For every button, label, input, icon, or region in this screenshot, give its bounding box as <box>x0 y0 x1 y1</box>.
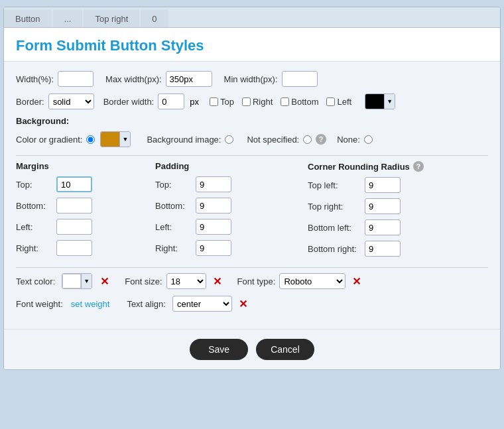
background-options-row: Color or gradient: ▼ Background image: N… <box>16 131 488 147</box>
color-arrow-icon: ▼ <box>119 132 130 147</box>
padding-top-label: Top: <box>155 180 192 190</box>
font-type-select[interactable]: Roboto Arial Helvetica Georgia Times New… <box>279 273 346 289</box>
color-gradient-label: Color or gradient: <box>16 135 82 145</box>
corner-bottom-left-label: Bottom left: <box>308 223 361 233</box>
max-width-input[interactable]: 350px <box>166 71 212 87</box>
margin-left-input[interactable] <box>56 219 92 235</box>
corner-help-icon[interactable]: ? <box>413 161 424 172</box>
font-type-clear-button[interactable]: ✕ <box>352 275 361 288</box>
footer: Save Cancel <box>4 329 500 369</box>
border-color-picker[interactable]: ▼ <box>365 93 395 109</box>
padding-left-input[interactable]: 9 <box>196 219 231 235</box>
padding-right-label: Right: <box>155 243 192 253</box>
margin-right-label: Right: <box>16 243 52 253</box>
border-left-checkbox-group: Left <box>326 97 351 107</box>
padding-header: Padding <box>155 161 301 171</box>
text-align-label: Text align: <box>127 299 166 309</box>
tab-ellipsis[interactable]: ... <box>53 10 83 27</box>
dialog: Button ... Top right 0 Form Submit Butto… <box>3 7 501 370</box>
max-width-label: Max width(px): <box>105 74 162 84</box>
border-top-label: Top <box>220 97 234 107</box>
text-color-label: Text color: <box>16 276 55 286</box>
margins-section: Margins Top: 10 Bottom: Left: Right: <box>16 161 149 262</box>
none-label: None: <box>337 135 360 145</box>
save-button[interactable]: Save <box>190 339 248 360</box>
cancel-button[interactable]: Cancel <box>256 339 314 360</box>
padding-bottom-input[interactable]: 9 <box>196 198 231 214</box>
min-width-input[interactable] <box>282 71 318 87</box>
corner-header: Corner Rounding Radius ? <box>308 161 488 172</box>
text-color-clear-button[interactable]: ✕ <box>100 275 109 288</box>
corner-section: Corner Rounding Radius ? Top left: 9 Top… <box>308 161 488 262</box>
corner-top-left-label: Top left: <box>308 180 361 190</box>
font-weight-label: Font weight: <box>16 299 63 309</box>
border-top-checkbox-group: Top <box>210 97 234 107</box>
font-size-label: Font size: <box>125 276 162 286</box>
padding-right-input[interactable]: 9 <box>196 240 231 256</box>
bg-image-radio[interactable] <box>225 135 233 144</box>
margin-right-input[interactable] <box>56 240 92 256</box>
corner-bottom-right-input[interactable]: 9 <box>365 241 401 257</box>
width-input[interactable] <box>58 71 94 87</box>
margin-bottom-input[interactable] <box>56 198 92 214</box>
margin-top-label: Top: <box>16 180 52 190</box>
margin-left-label: Left: <box>16 222 52 232</box>
padding-label: Padding <box>155 161 189 171</box>
text-align-select[interactable]: left center right justify <box>172 296 232 312</box>
corner-top-left-input[interactable]: 9 <box>365 177 401 193</box>
font-size-clear-button[interactable]: ✕ <box>213 275 221 288</box>
padding-top-row: Top: 9 <box>155 176 301 192</box>
margin-left-row: Left: <box>16 219 149 235</box>
margin-right-row: Right: <box>16 240 149 256</box>
border-bottom-checkbox[interactable] <box>281 97 289 106</box>
three-col-section: Margins Top: 10 Bottom: Left: Right: <box>16 161 488 262</box>
none-radio[interactable] <box>364 135 373 144</box>
not-specified-radio[interactable] <box>303 135 312 144</box>
corner-bottom-left-input[interactable]: 9 <box>365 219 401 235</box>
border-bottom-label: Bottom <box>291 97 318 107</box>
tab-bar: Button ... Top right 0 <box>4 7 500 28</box>
border-top-checkbox[interactable] <box>210 97 218 106</box>
bg-image-label: Background image: <box>147 135 221 145</box>
border-right-checkbox[interactable] <box>242 97 251 106</box>
text-align-clear-button[interactable]: ✕ <box>239 298 247 310</box>
help-icon[interactable]: ? <box>316 134 326 145</box>
margin-bottom-row: Bottom: <box>16 198 149 214</box>
text-color-arrow-icon: ▼ <box>81 274 92 288</box>
margins-label: Margins <box>16 161 49 171</box>
color-swatch <box>101 132 119 147</box>
padding-left-label: Left: <box>155 222 192 232</box>
border-width-input[interactable]: 0 <box>158 93 184 109</box>
border-left-checkbox[interactable] <box>326 97 335 106</box>
background-section: Background: <box>16 116 488 126</box>
corner-top-right-input[interactable]: 9 <box>365 198 401 214</box>
color-gradient-radio[interactable] <box>86 135 95 144</box>
margin-bottom-label: Bottom: <box>16 201 52 211</box>
min-width-label: Min width(px): <box>224 74 278 84</box>
corner-top-right-label: Top right: <box>308 202 361 212</box>
border-style-select[interactable]: solid dashed dotted none <box>48 93 94 109</box>
tab-button[interactable]: Button <box>4 10 52 27</box>
not-specified-label: Not specified: <box>247 135 299 145</box>
color-gradient-picker[interactable]: ▼ <box>100 131 131 147</box>
padding-bottom-label: Bottom: <box>155 201 192 211</box>
width-label: Width(%): <box>16 74 54 84</box>
content-area: Width(%): Max width(px): 350px Min width… <box>4 62 500 329</box>
divider2 <box>16 267 488 268</box>
font-weight-link[interactable]: set weight <box>71 299 110 309</box>
font-size-select[interactable]: 10121416 18202428 <box>166 273 206 289</box>
text-color-picker[interactable]: ▼ <box>62 273 92 289</box>
corner-top-right-row: Top right: 9 <box>308 198 488 214</box>
padding-top-input[interactable]: 9 <box>196 176 231 192</box>
text-style-row: Text color: ▼ ✕ Font size: 10121416 1820… <box>16 273 488 289</box>
margin-top-input[interactable]: 10 <box>56 176 92 192</box>
border-width-label: Border width: <box>103 97 155 107</box>
tab-zero[interactable]: 0 <box>141 10 168 27</box>
tab-top-right[interactable]: Top right <box>84 10 139 27</box>
font-type-label: Font type: <box>237 276 276 286</box>
border-right-label: Right <box>253 97 273 107</box>
margin-top-row: Top: 10 <box>16 176 149 192</box>
border-width-unit: px <box>190 97 199 107</box>
padding-section: Padding Top: 9 Bottom: 9 Left: 9 Right: … <box>155 161 301 262</box>
width-row: Width(%): Max width(px): 350px Min width… <box>16 71 488 87</box>
